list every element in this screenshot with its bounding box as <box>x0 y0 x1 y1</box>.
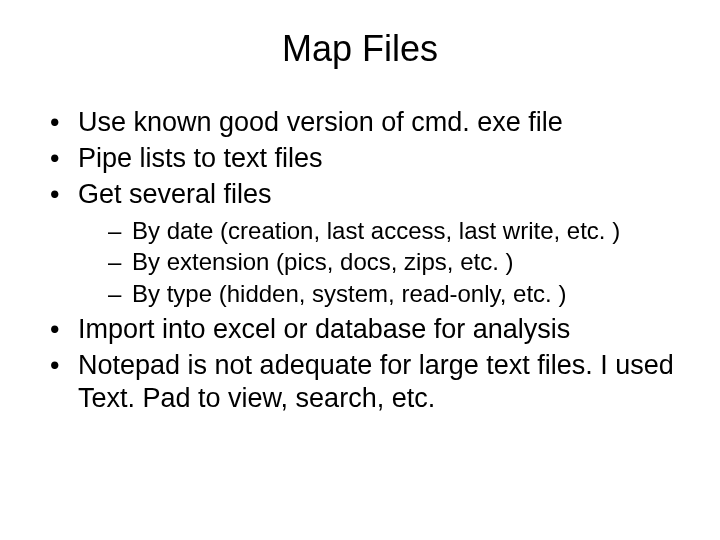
sub-item: By extension (pics, docs, zips, etc. ) <box>108 246 688 277</box>
bullet-item: Pipe lists to text files <box>50 142 688 176</box>
sub-text: By type (hidden, system, read-only, etc.… <box>132 280 566 307</box>
sub-item: By type (hidden, system, read-only, etc.… <box>108 278 688 309</box>
bullet-item: Use known good version of cmd. exe file <box>50 106 688 140</box>
bullet-text: Pipe lists to text files <box>78 143 323 173</box>
sub-list: By date (creation, last access, last wri… <box>78 215 688 309</box>
bullet-item: Notepad is not adequate for large text f… <box>50 349 688 417</box>
bullet-text: Use known good version of cmd. exe file <box>78 107 563 137</box>
sub-item: By date (creation, last access, last wri… <box>108 215 688 246</box>
bullet-text: Notepad is not adequate for large text f… <box>78 350 674 414</box>
bullet-text: Get several files <box>78 179 272 209</box>
bullet-text: Import into excel or database for analys… <box>78 314 570 344</box>
bullet-item: Get several files By date (creation, las… <box>50 178 688 309</box>
bullet-item: Import into excel or database for analys… <box>50 313 688 347</box>
sub-text: By extension (pics, docs, zips, etc. ) <box>132 248 513 275</box>
sub-text: By date (creation, last access, last wri… <box>132 217 620 244</box>
slide-title: Map Files <box>32 28 688 70</box>
bullet-list: Use known good version of cmd. exe file … <box>32 106 688 416</box>
